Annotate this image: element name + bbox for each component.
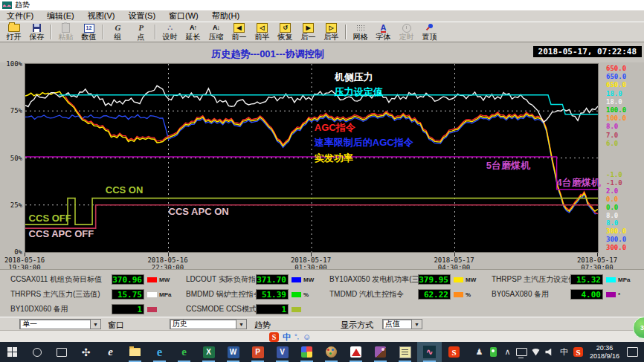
people-tray-icon[interactable]: ♟ [472, 342, 486, 362]
trend-app-icon[interactable]: ∿ [417, 342, 442, 362]
timer-icon [402, 24, 411, 33]
visio-icon[interactable]: V [270, 342, 294, 362]
ime-punct-toggle[interactable]: °, [294, 333, 299, 340]
red-triangle-app-icon[interactable] [344, 342, 368, 362]
legend-item: THRPRS 主汽压力(三选值)15.75MPa [10, 288, 176, 300]
plot-label-9: CCS APC ON [169, 206, 229, 217]
clock-time: 20:36 [590, 344, 619, 352]
legend-value-box: 51.39 [256, 289, 289, 300]
grid-toggle-icon [356, 25, 365, 32]
usb-safe-remove-icon[interactable] [486, 342, 500, 362]
legend-tag-label: BY10AX050 发电机功率(三 … [329, 274, 418, 285]
mode-combo[interactable]: 单一 ▼ [19, 319, 101, 329]
search-icon[interactable] [25, 342, 49, 362]
toolbar-button-保存[interactable]: 保存 [25, 23, 48, 41]
toolbar-button-组[interactable]: G组 [106, 23, 129, 41]
y-axis-tick: 25% [0, 201, 22, 209]
task-view-icon[interactable] [49, 342, 74, 362]
window-label: 窗口 [108, 320, 124, 331]
word-icon[interactable]: W [221, 342, 245, 362]
ime-lang-icon[interactable]: 中 [557, 342, 571, 362]
picture-app-icon[interactable] [368, 342, 393, 362]
control-bar: 单一 ▼ 窗口 历史 ▼ 趋势 显示方式 点值 ▼ [0, 317, 644, 330]
pen-legend: CCSAX011 机组负荷目标值370.96MWLDCOUT 实际负荷指令371… [0, 269, 644, 317]
plot-label-6: 4台磨煤机 [557, 176, 601, 190]
toolbar-button-后一[interactable]: ▶后一 [297, 23, 320, 41]
toolbar-button-打开[interactable]: 打开 [2, 23, 25, 41]
toolbar-button-压缩[interactable]: A↓压缩 [205, 23, 228, 41]
toolbar-button-恢复[interactable]: ↺恢复 [274, 23, 297, 41]
colorful-app-icon[interactable] [294, 342, 319, 362]
toolbar-button-前一[interactable]: ◀前一 [228, 23, 251, 41]
paint-app-icon[interactable] [319, 342, 344, 362]
toolbar-button-字体[interactable]: A字体 [372, 23, 395, 41]
volume-icon[interactable] [543, 342, 557, 362]
legend-tag-label: TMDMD 汽机主控指令 [329, 289, 418, 300]
pinwheel-app-icon[interactable]: ✣ [74, 342, 98, 362]
display-combo[interactable]: 点值 ▼ [382, 319, 422, 329]
expand-timespan-icon: A↑ [190, 23, 196, 33]
toolbar-button-前半[interactable]: ◁前半 [251, 23, 274, 41]
x-axis-date: 2018-05-17 [277, 256, 344, 264]
plot-label-2: AGC指令 [315, 121, 355, 135]
menu-item-3[interactable]: 设置(S) [121, 10, 162, 22]
toolbar-button-点[interactable]: P点 [129, 23, 152, 41]
display-tray-icon[interactable] [515, 342, 529, 362]
menu-item-2[interactable]: 视图(V) [81, 10, 122, 22]
toolbar-button-延长[interactable]: A↑延长 [181, 23, 205, 41]
sogou-logo-icon[interactable]: S [269, 332, 279, 342]
ie-browser-icon[interactable]: e [98, 342, 123, 362]
ime-emoji-icon[interactable]: ☺ [303, 332, 311, 341]
source-combo[interactable]: 历史 ▼ [170, 319, 247, 329]
toolbar-button-数值[interactable]: 12数值 [77, 23, 100, 41]
tray-expand-icon[interactable]: ∧ [500, 342, 515, 362]
menu-item-5[interactable]: 帮助(H) [205, 10, 246, 22]
menu-item-1[interactable]: 编辑(E) [40, 10, 81, 22]
compress-timespan-icon: A↓ [213, 23, 219, 33]
right-scale-min: -1.0 [606, 171, 643, 179]
right-scale-max: 650.0 [606, 81, 643, 89]
taskbar-apps: ✣eeeXWPV∿S [0, 342, 466, 362]
menu-item-4[interactable]: 窗口(W) [162, 10, 205, 22]
legend-tag-label: LDCOUT 实际负荷指令 [186, 274, 256, 285]
right-scale-min: -1.0 [606, 179, 643, 187]
toolbar-button-label: 定时 [399, 33, 414, 41]
toolbar-button-置顶[interactable]: 置顶 [418, 23, 441, 41]
ime-bar[interactable]: S 中 °, ☺ [269, 332, 311, 342]
toolbar-button-后半[interactable]: ▷后半 [320, 23, 343, 41]
chart-title: 历史趋势---001---协调控制 [0, 48, 535, 61]
set-time-icon: ∴ [167, 23, 173, 33]
taskbar-clock[interactable]: 20:362018/9/16 [585, 344, 624, 361]
powerpoint-icon[interactable]: P [245, 342, 270, 362]
green-browser-icon[interactable]: e [172, 342, 196, 362]
toolbar-button-label: 点 [138, 33, 145, 41]
x-axis-date: 2018-05-17 [421, 256, 488, 264]
sogou-tray-icon[interactable]: S [571, 342, 585, 362]
right-scale-min: 0.0 [606, 204, 643, 212]
toolbar-separator [345, 25, 347, 39]
wifi-icon[interactable] [529, 342, 543, 362]
edge-browser-icon[interactable]: e [147, 342, 172, 362]
plot-label-0: 机侧压力 [335, 71, 373, 84]
x-axis-date: 2018-05-16 [135, 256, 202, 264]
sogou-app-icon[interactable]: S [442, 342, 466, 362]
notification-center-icon[interactable] [627, 347, 638, 357]
menu-item-0[interactable]: 文件(F) [0, 10, 40, 22]
pushpin-icon [425, 24, 434, 32]
toolbar-button-设时[interactable]: ∴设时 [158, 23, 181, 41]
legend-value-box: 4.00 [570, 289, 603, 300]
schedule-app-icon[interactable] [393, 342, 417, 362]
file-explorer-icon[interactable] [123, 342, 147, 362]
chevron-down-icon[interactable]: ▼ [411, 320, 422, 329]
start-button[interactable] [0, 342, 25, 362]
excel-icon[interactable]: X [196, 342, 221, 362]
chevron-down-icon[interactable]: ▼ [90, 320, 100, 329]
legend-item: BY05AX080 备用4.00* [492, 288, 634, 300]
legend-color-swatch [147, 277, 157, 282]
clipboard-icon [62, 23, 70, 33]
trend-plot[interactable]: 机侧压力压力设定值AGC指令速率限制后的AGC指令实发功率5台磨煤机4台磨煤机C… [25, 63, 599, 253]
ime-lang-toggle[interactable]: 中 [283, 332, 291, 343]
toolbar-button-网格[interactable]: 网格 [349, 23, 372, 41]
chevron-down-icon[interactable]: ▼ [236, 320, 246, 329]
legend-value-box: 15.32 [570, 274, 603, 285]
